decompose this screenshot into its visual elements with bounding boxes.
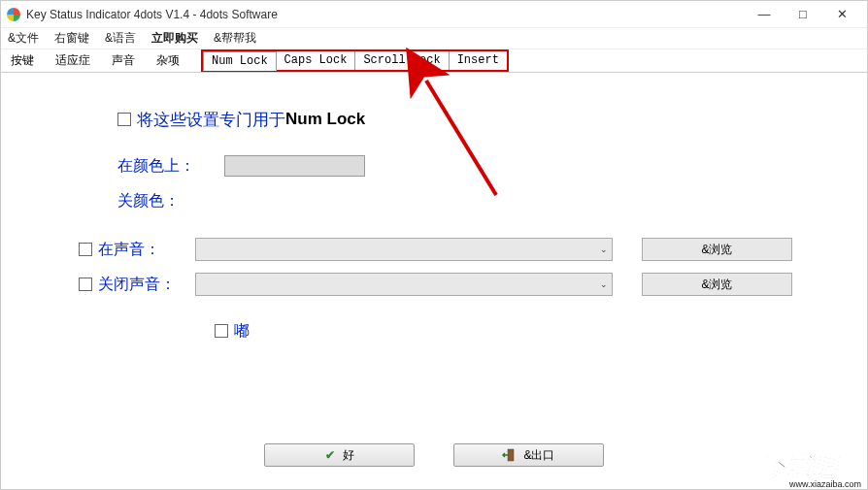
bottom-bar: ✔ 好 &出口	[1, 441, 867, 470]
ok-button-label: 好	[343, 447, 354, 464]
off-sound-checkbox[interactable]	[79, 278, 92, 291]
on-color-label: 在颜色上：	[117, 156, 215, 177]
tab-misc[interactable]: 杂项	[150, 49, 185, 72]
settings-panel: 将这些设置专门用于 Num Lock 在颜色上： 关颜色： 在声音： ⌄ &浏览…	[1, 73, 867, 362]
off-sound-combo[interactable]: ⌄	[195, 273, 613, 296]
menubar: &文件 右窗键 &语言 立即购买 &帮帮我	[1, 28, 867, 49]
close-button[interactable]: ✕	[822, 2, 861, 27]
menu-help[interactable]: &帮帮我	[211, 28, 259, 49]
keytab-scrolllock[interactable]: Scroll Lock	[355, 51, 449, 70]
beep-checkbox[interactable]	[215, 324, 228, 338]
titlebar: Key Status Indicator 4dots V1.4 - 4dots …	[1, 1, 867, 28]
chevron-down-icon: ⌄	[600, 245, 608, 254]
on-sound-checkbox[interactable]	[79, 243, 92, 256]
chevron-down-icon: ⌄	[600, 279, 608, 289]
svg-rect-1	[508, 449, 514, 461]
off-sound-label: 关闭声音：	[98, 275, 195, 295]
app-icon	[7, 8, 20, 21]
on-sound-browse-button[interactable]: &浏览	[642, 238, 792, 261]
on-sound-label: 在声音：	[98, 240, 195, 260]
key-tabs-highlight: Num Lock Caps Lock Scroll Lock Insert	[201, 49, 509, 72]
off-color-label: 关颜色：	[117, 191, 215, 212]
on-color-swatch[interactable]	[224, 155, 365, 177]
window-title: Key Status Indicator 4dots V1.4 - 4dots …	[26, 8, 745, 21]
menu-file[interactable]: &文件	[5, 28, 42, 49]
menu-rightkey[interactable]: 右窗键	[51, 28, 92, 49]
watermark-url: www.xiazaiba.com	[789, 479, 861, 489]
keytab-capslock[interactable]: Caps Lock	[277, 51, 356, 70]
window-controls: — □ ✕	[745, 2, 861, 27]
keytab-insert[interactable]: Insert	[450, 51, 507, 70]
tab-keys[interactable]: 按键	[5, 49, 40, 72]
beep-label: 嘟	[234, 321, 331, 342]
tabbar: 按键 适应症 声音 杂项 Num Lock Caps Lock Scroll L…	[1, 49, 867, 73]
dedicate-checkbox[interactable]	[117, 113, 131, 126]
door-icon	[502, 448, 516, 462]
off-sound-browse-button[interactable]: &浏览	[642, 273, 792, 296]
maximize-button[interactable]: □	[784, 2, 822, 27]
dedicate-label-prefix: 将这些设置专门用于	[137, 109, 285, 131]
minimize-button[interactable]: —	[745, 2, 784, 27]
dedicate-label-key: Num Lock	[285, 110, 365, 129]
menu-language[interactable]: &语言	[102, 28, 139, 49]
exit-button[interactable]: &出口	[453, 443, 604, 467]
on-sound-combo[interactable]: ⌄	[195, 238, 613, 261]
menu-buynow[interactable]: 立即购买	[149, 28, 201, 49]
ok-button[interactable]: ✔ 好	[264, 443, 415, 467]
exit-button-label: &出口	[523, 447, 554, 464]
keytab-numlock[interactable]: Num Lock	[203, 51, 277, 71]
check-icon: ✔	[325, 448, 335, 462]
tab-sound[interactable]: 声音	[106, 49, 141, 72]
tab-indications[interactable]: 适应症	[50, 49, 96, 72]
